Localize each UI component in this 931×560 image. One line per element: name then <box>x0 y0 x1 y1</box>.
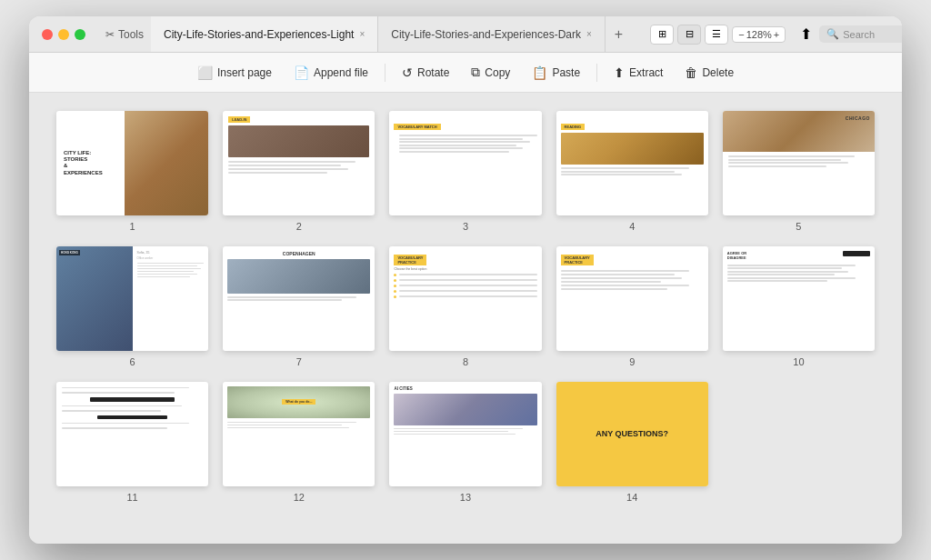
extract-button[interactable]: ⬆ Extract <box>605 61 672 85</box>
list-item[interactable]: 11 <box>56 382 208 503</box>
tab-active-close[interactable]: × <box>359 29 365 39</box>
tab-active[interactable]: City-Life-Stories-and-Experiences-Light … <box>151 16 378 52</box>
tools-icon: ✂ <box>105 28 115 41</box>
page1-title: CITY LIFE:STORIES&EXPERIENCES <box>64 150 117 176</box>
page-thumbnail-8[interactable]: VOCABULARYPRACTICE Choose the best optio… <box>389 246 541 351</box>
vocab-practice1-badge: VOCABULARYPRACTICE <box>394 255 426 265</box>
insert-page-button[interactable]: ⬜ Insert page <box>188 61 281 85</box>
zoom-control: − 128% + <box>732 26 786 43</box>
list-view-button[interactable]: ☰ <box>705 25 728 45</box>
tab-inactive-label: City-Life-Stories-and-Experiences-Dark <box>391 28 581 41</box>
page-number-11: 11 <box>126 492 137 503</box>
page-number-13: 13 <box>460 492 471 503</box>
list-item[interactable]: AGREE ORDISAGREE 10 <box>723 246 875 367</box>
rotate-button[interactable]: ↺ Rotate <box>393 61 458 85</box>
delete-label: Delete <box>702 66 734 79</box>
extract-icon: ⬆ <box>614 65 625 80</box>
list-item[interactable]: VOCABULARYPRACTICE 9 <box>556 246 708 367</box>
view-controls: ⊞ ⊟ ☰ − 128% + <box>643 25 793 45</box>
share-icon[interactable]: ⬆ <box>800 25 812 43</box>
titlebar-right: ⊞ ⊟ ☰ − 128% + ⬆ 🔍 Search <box>632 25 902 45</box>
tools-menu[interactable]: ✂ Tools <box>98 28 151 41</box>
titlebar: ✂ Tools City-Life-Stories-and-Experience… <box>29 16 902 53</box>
tab-inactive[interactable]: City-Life-Stories-and-Experiences-Dark × <box>378 16 606 52</box>
page-thumbnail-5[interactable]: CHICAGO <box>723 111 875 215</box>
chicago-badge: CHICAGO <box>846 115 870 121</box>
vocab-practice2-badge: VOCABULARYPRACTICE <box>561 255 594 265</box>
list-item[interactable]: HONG KONG Sofia, 35 Office worker <box>56 246 208 367</box>
insert-page-label: Insert page <box>217 66 272 79</box>
page-thumbnail-9[interactable]: VOCABULARYPRACTICE <box>556 246 708 351</box>
grid-view-button[interactable]: ⊟ <box>677 25 701 45</box>
list-item[interactable]: VOCABULARYPRACTICE Choose the best optio… <box>389 246 541 367</box>
tab-add-button[interactable]: + <box>606 26 632 43</box>
page-number-5: 5 <box>796 221 801 232</box>
tabs-area: City-Life-Stories-and-Experiences-Light … <box>151 16 632 52</box>
rotate-label: Rotate <box>417 66 449 79</box>
append-file-label: Append file <box>314 66 368 79</box>
paste-button[interactable]: 📋 Paste <box>523 61 589 85</box>
page-thumbnail-12[interactable]: What do you do... <box>223 382 375 486</box>
zoom-minus-button[interactable]: − <box>738 29 744 40</box>
page-thumbnail-10[interactable]: AGREE ORDISAGREE <box>723 246 875 351</box>
application-window: ✂ Tools City-Life-Stories-and-Experience… <box>29 16 902 544</box>
list-item[interactable]: VOCABULARY MATCH <box>389 111 541 232</box>
page12-badge: What do you do... <box>282 399 315 405</box>
append-file-button[interactable]: 📄 Append file <box>285 61 377 85</box>
list-item[interactable]: What do you do... 12 <box>223 382 375 503</box>
page8-subtitle: Choose the best option <box>394 267 536 271</box>
page-number-3: 3 <box>463 221 468 232</box>
page-thumbnail-11[interactable] <box>56 382 208 486</box>
page-number-14: 14 <box>626 492 637 503</box>
list-item[interactable]: CITY LIFE:STORIES&EXPERIENCES 1 <box>56 111 208 232</box>
list-item[interactable]: COPENHAGEN 7 <box>223 246 375 367</box>
page-thumbnail-14[interactable]: ANY QUESTIONS? <box>556 382 708 486</box>
close-button[interactable] <box>42 29 53 40</box>
page-thumbnail-13[interactable]: AI CITIES <box>389 382 541 486</box>
sidebar-toggle-button[interactable]: ⊞ <box>650 25 674 45</box>
maximize-button[interactable] <box>75 29 85 40</box>
zoom-level: 128% <box>746 29 772 40</box>
page-thumbnail-4[interactable]: READING <box>556 111 708 215</box>
list-item[interactable]: AI CITIES 13 <box>389 382 541 503</box>
list-item[interactable]: LEAD-IN 2 <box>223 111 375 232</box>
reading-badge: READING <box>561 124 585 130</box>
list-item[interactable]: ANY QUESTIONS? 14 <box>556 382 708 503</box>
search-bar[interactable]: 🔍 Search <box>819 25 902 43</box>
window-controls <box>29 29 98 40</box>
toolbar-divider-2 <box>596 64 597 82</box>
list-item[interactable]: CHICAGO 5 <box>723 111 875 232</box>
page-thumbnail-7[interactable]: COPENHAGEN <box>223 246 375 351</box>
append-icon: 📄 <box>294 65 309 80</box>
toolbar-divider-1 <box>385 64 385 82</box>
page-thumbnail-6[interactable]: HONG KONG Sofia, 35 Office worker <box>56 246 208 351</box>
pages-area[interactable]: CITY LIFE:STORIES&EXPERIENCES 1 LEAD-IN <box>29 93 902 544</box>
ai-cities-title: AI CITIES <box>394 386 536 391</box>
copy-button[interactable]: ⧉ Copy <box>462 60 519 85</box>
page-thumbnail-2[interactable]: LEAD-IN <box>223 111 375 215</box>
tools-label[interactable]: Tools <box>118 28 144 41</box>
search-placeholder: Search <box>843 29 875 40</box>
page10-black-box <box>843 251 870 256</box>
minimize-button[interactable] <box>58 29 69 40</box>
zoom-plus-button[interactable]: + <box>774 29 779 40</box>
page-thumbnail-3[interactable]: VOCABULARY MATCH <box>389 111 541 215</box>
pages-grid: CITY LIFE:STORIES&EXPERIENCES 1 LEAD-IN <box>56 111 875 503</box>
page-number-2: 2 <box>296 221 302 232</box>
tab-inactive-close[interactable]: × <box>586 29 592 39</box>
insert-icon: ⬜ <box>197 65 213 80</box>
copy-icon: ⧉ <box>471 65 480 80</box>
page-number-1: 1 <box>130 221 135 232</box>
page-number-10: 10 <box>793 356 804 367</box>
vocab-match-badge: VOCABULARY MATCH <box>394 124 440 130</box>
page-number-9: 9 <box>629 356 635 367</box>
paste-label: Paste <box>552 66 580 79</box>
tab-active-label: City-Life-Stories-and-Experiences-Light <box>164 28 354 41</box>
search-icon: 🔍 <box>826 28 839 40</box>
list-item[interactable]: READING 4 <box>556 111 708 232</box>
delete-button[interactable]: 🗑 Delete <box>676 61 743 85</box>
page-thumbnail-1[interactable]: CITY LIFE:STORIES&EXPERIENCES <box>56 111 208 215</box>
copenhagen-title: COPENHAGEN <box>227 251 370 256</box>
toolbar: ⬜ Insert page 📄 Append file ↺ Rotate ⧉ C… <box>29 53 902 93</box>
page-number-12: 12 <box>294 492 305 503</box>
